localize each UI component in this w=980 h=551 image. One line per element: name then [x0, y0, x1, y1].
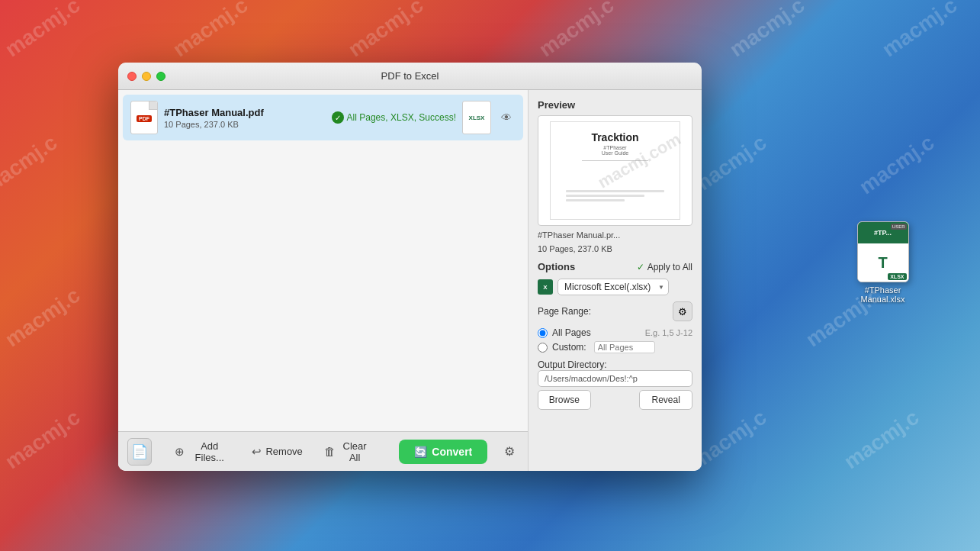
preview-thumbnail: Tracktion #TPhaser User Guide macmj.com	[538, 115, 692, 226]
pdf-badge: PDF	[137, 115, 152, 122]
browse-button[interactable]: Browse	[538, 390, 591, 410]
custom-label: Custom:	[552, 342, 586, 353]
add-files-icon: ⊕	[175, 445, 185, 459]
window-content: PDF #TPhaser Manual.pdf 10 Pages, 237.0 …	[118, 90, 702, 471]
right-panel: Preview Tracktion #TPhaser User Guide ma…	[529, 90, 702, 471]
all-pages-radio-row: All Pages E.g. 1,5 J-12	[538, 327, 692, 338]
preview-section: Preview Tracktion #TPhaser User Guide ma…	[538, 99, 692, 253]
convert-button[interactable]: 🔄 Convert	[399, 440, 487, 464]
success-icon: ✓	[332, 111, 344, 124]
file-list: PDF #TPhaser Manual.pdf 10 Pages, 237.0 …	[118, 90, 528, 431]
xlsx-badge: XLSX	[888, 273, 906, 280]
dir-buttons: Browse Reveal	[538, 390, 692, 410]
convert-icon: 🔄	[414, 446, 427, 458]
clear-all-icon: 🗑	[324, 445, 336, 458]
xlsx-header-text: #TP...	[874, 229, 892, 237]
pdf-file-icon: PDF	[130, 101, 158, 134]
remove-icon: ↩	[252, 445, 262, 459]
file-meta: 10 Pages, 237.0 KB	[164, 120, 326, 129]
apply-to-all-checkbox[interactable]: ✓ Apply to All	[637, 262, 692, 272]
preview-doc-sub2: User Guide	[602, 150, 628, 156]
page-range-label: Page Range:	[538, 306, 591, 317]
preview-file-name: #TPhaser Manual.pr...	[538, 230, 692, 240]
gear-icon: ⚙	[678, 306, 687, 317]
convert-label: Convert	[432, 446, 472, 458]
preview-inner: Tracktion #TPhaser User Guide macmj.com	[550, 121, 680, 220]
reveal-button[interactable]: Reveal	[639, 390, 692, 410]
settings-button-bottom[interactable]: ⚙	[500, 441, 519, 462]
format-select-wrapper: Microsoft Excel(.xlsx)	[557, 279, 669, 295]
clear-all-label: Clear All	[339, 440, 370, 463]
minimize-button[interactable]	[142, 72, 151, 81]
preview-line-1	[566, 190, 664, 192]
left-panel: PDF #TPhaser Manual.pdf 10 Pages, 237.0 …	[118, 90, 529, 471]
floating-xlsx-file[interactable]: #TP... T XLSX USER #TPhaserManual.xlsx	[854, 221, 911, 304]
custom-radio-row: Custom:	[538, 341, 692, 353]
titlebar: PDF to Excel	[118, 63, 702, 90]
file-info: #TPhaser Manual.pdf 10 Pages, 237.0 KB	[164, 107, 326, 129]
preview-lines	[566, 190, 664, 204]
output-dir-label: Output Directory:	[538, 359, 692, 370]
add-files-button[interactable]: ⊕ Add Files...	[170, 437, 235, 466]
clear-all-button[interactable]: 🗑 Clear All	[320, 437, 374, 466]
options-label: Options	[538, 261, 575, 272]
preview-eye-button[interactable]: 👁	[497, 108, 516, 127]
xlsx-thumb-label: XLSX	[469, 114, 485, 121]
preview-line-2	[566, 195, 644, 197]
app-icon-symbol: 📄	[131, 443, 148, 460]
floating-xlsx-filename: #TPhaserManual.xlsx	[854, 285, 911, 304]
format-select-row: X Microsoft Excel(.xlsx)	[538, 279, 692, 295]
options-section: Options ✓ Apply to All X Microsoft Excel…	[538, 261, 692, 410]
preview-doc-title: Tracktion	[591, 131, 638, 143]
file-name: #TPhaser Manual.pdf	[164, 107, 326, 118]
all-pages-radio[interactable]	[538, 328, 548, 338]
traffic-lights	[127, 72, 165, 81]
xlsx-file-icon: #TP... T XLSX USER	[857, 221, 909, 282]
preview-label: Preview	[538, 99, 692, 111]
custom-page-input[interactable]	[594, 341, 655, 353]
xlsx-thumbnail: XLSX	[462, 101, 491, 134]
preview-doc-sub: #TPhaser	[603, 145, 626, 150]
radio-group: All Pages E.g. 1,5 J-12 Custom:	[538, 327, 692, 353]
apply-to-all-label: Apply to All	[647, 262, 692, 272]
app-icon: 📄	[127, 438, 152, 466]
page-range-row: Page Range: ⚙	[538, 301, 692, 321]
custom-radio[interactable]	[538, 343, 548, 353]
remove-button[interactable]: ↩ Remove	[247, 442, 307, 462]
output-dir-section: Output Directory: Browse Reveal	[538, 359, 692, 410]
window-title: PDF to Excel	[381, 70, 439, 82]
page-range-settings-button[interactable]: ⚙	[673, 301, 692, 321]
checkmark-icon: ✓	[637, 262, 644, 272]
app-window: PDF to Excel PDF #TPhaser Manual.pdf 10 …	[118, 63, 702, 471]
xlsx-user-badge: USER	[891, 224, 907, 230]
remove-label: Remove	[265, 446, 302, 457]
output-dir-input[interactable]	[538, 370, 692, 387]
file-status: ✓ All Pages, XLSX, Success!	[332, 111, 456, 124]
excel-icon: X	[538, 279, 553, 295]
xlsx-t-letter: T	[878, 254, 887, 272]
status-text: All Pages, XLSX, Success!	[347, 112, 456, 123]
all-pages-label: All Pages	[552, 327, 591, 338]
preview-file-meta: 10 Pages, 237.0 KB	[538, 244, 692, 253]
close-button[interactable]	[127, 72, 137, 81]
settings-icon-bottom: ⚙	[504, 444, 515, 459]
add-files-label: Add Files...	[188, 440, 230, 463]
bottom-toolbar: 📄 ⊕ Add Files... ↩ Remove 🗑 Clear All 🔄	[118, 431, 528, 471]
pdf-icon-shape: PDF	[130, 101, 158, 134]
maximize-button[interactable]	[156, 72, 165, 81]
file-item[interactable]: PDF #TPhaser Manual.pdf 10 Pages, 237.0 …	[123, 95, 523, 140]
page-hint: E.g. 1,5 J-12	[645, 328, 692, 337]
format-select[interactable]: Microsoft Excel(.xlsx)	[557, 279, 669, 295]
preview-line-3	[566, 199, 625, 201]
